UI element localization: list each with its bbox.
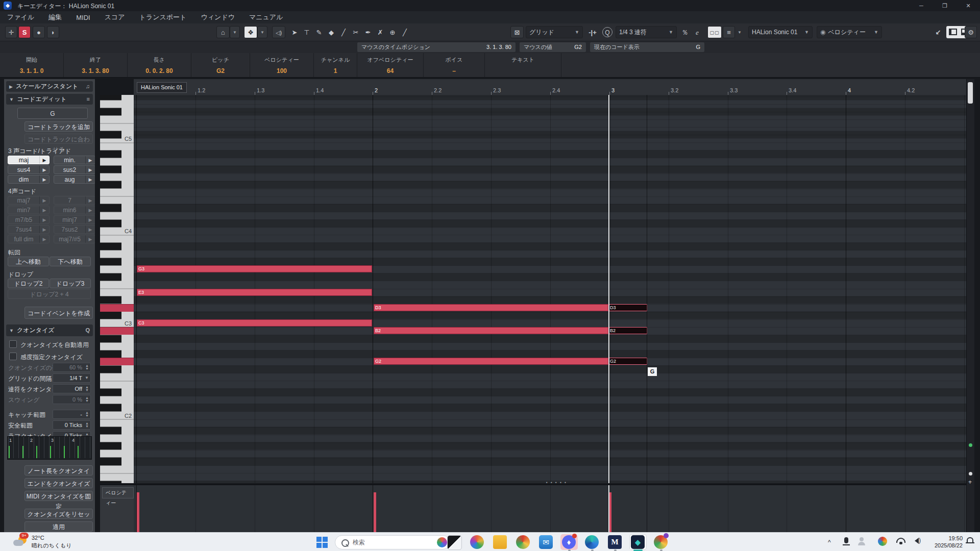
tetrad-button-7sus2[interactable]: 7sus2▶ <box>54 225 95 234</box>
quantize-panel-header[interactable]: ▼クオンタイズQ <box>6 324 93 336</box>
triad-button-aug[interactable]: aug▶ <box>54 175 95 184</box>
quantize-panel-icon[interactable]: e <box>692 26 702 38</box>
drop2-button[interactable]: ドロップ2 <box>8 279 49 288</box>
midi-note-E3[interactable]: E3 <box>137 289 372 296</box>
quantize-field-value-2[interactable]: Off▲▼ <box>53 384 91 393</box>
draw-tool[interactable]: ✎ <box>313 26 325 38</box>
tray-expand-icon[interactable]: ^ <box>828 539 831 546</box>
zoom-tool[interactable]: ⊕ <box>386 26 399 38</box>
quantize-preset-dropdown[interactable]: 1/4 3 連符▼ <box>616 26 677 38</box>
drop3-button[interactable]: ドロップ3 <box>50 279 91 288</box>
menu-item-6[interactable]: マニュアル <box>249 13 283 22</box>
midi-note-D3[interactable]: D3 <box>374 304 608 311</box>
soft-quantize-checkbox[interactable] <box>9 353 17 360</box>
tetrad-button-fulldim[interactable]: full dim▶ <box>8 235 50 243</box>
create-chord-event-button[interactable]: コードイベントを作成 <box>24 307 93 319</box>
snap-toggle-button[interactable]: -|+ <box>585 26 600 38</box>
mail-icon[interactable]: ✉ <box>539 535 553 549</box>
midi-note-B2[interactable]: B2 <box>374 327 608 334</box>
tetrad-button-minj7[interactable]: minj7▶ <box>54 215 95 224</box>
m-app-icon[interactable]: M <box>608 535 622 549</box>
part-selector-dropdown[interactable]: HALion Sonic 01▼ <box>748 26 813 38</box>
microphone-icon[interactable] <box>844 537 848 543</box>
menu-item-5[interactable]: ウィンドウ <box>201 13 235 22</box>
part-name-tab[interactable]: HALion Sonic 01 <box>137 82 187 93</box>
midi-note-G2[interactable]: G2 <box>374 358 608 365</box>
trim-tool[interactable]: ╱ <box>337 26 350 38</box>
taskview-icon[interactable] <box>447 535 462 550</box>
highlighted-key[interactable] <box>100 304 134 312</box>
quantize-field-value-3[interactable]: 0 %▲▼ <box>53 395 91 404</box>
mute-tool[interactable]: ✗ <box>374 26 386 38</box>
explorer-icon[interactable] <box>493 535 507 549</box>
weather-icon[interactable]: 9+ <box>13 535 29 550</box>
menu-item-4[interactable]: トランスポート <box>139 13 187 22</box>
window-layout-gear-icon[interactable]: ⚙ <box>965 26 977 38</box>
midi-note-G3[interactable]: G3 <box>137 265 372 272</box>
start-button[interactable] <box>316 537 328 548</box>
language-color-icon[interactable] <box>878 537 887 546</box>
midi-note-D3-selected[interactable]: D3 <box>608 304 647 311</box>
info-field-5[interactable]: チャンネル1 <box>314 53 357 77</box>
solo-button[interactable]: S <box>18 26 31 38</box>
midi-note-C3[interactable]: C3 <box>137 319 372 327</box>
part-borders-icon[interactable]: ▢▢ <box>707 26 722 38</box>
open-in-lower-zone-icon[interactable]: ↙ <box>932 26 944 38</box>
move-down-button[interactable]: 下へ移動 <box>50 257 91 266</box>
triad-button-sus2[interactable]: sus2▶ <box>54 165 95 174</box>
scale-assistant-header[interactable]: ▶スケールアシスタント♫ <box>6 81 93 92</box>
scrollbar-thumb[interactable] <box>968 82 973 104</box>
velocity-lane[interactable] <box>134 484 966 532</box>
select-tool[interactable]: ➤ <box>288 26 301 38</box>
erase-tool[interactable]: ◆ <box>325 26 337 38</box>
search-input[interactable]: 検索 <box>335 535 450 549</box>
grid-type-dropdown[interactable]: グリッド▼ <box>526 26 583 38</box>
event-color-dropdown[interactable]: ◉ベロシティー▼ <box>817 26 882 38</box>
quantize-q-icon[interactable]: Q <box>602 27 612 37</box>
velocity-lane-label[interactable]: ベロシティー <box>102 487 134 498</box>
info-field-2[interactable]: 長さ0. 0. 2. 80 <box>128 53 191 77</box>
auto-apply-checkbox[interactable] <box>9 340 17 348</box>
note-expression-icon[interactable]: ⌂ <box>216 26 230 38</box>
copilot-icon[interactable] <box>470 535 484 549</box>
quantize-field-value-4[interactable]: -▲▼ <box>53 410 91 419</box>
edge-icon[interactable] <box>585 535 599 549</box>
menu-item-2[interactable]: MIDI <box>76 14 90 21</box>
audition-speaker-icon[interactable]: ◁) <box>272 26 285 38</box>
chrome-icon[interactable] <box>516 535 530 549</box>
snap-type-icon[interactable]: ⊠ <box>510 26 524 38</box>
tetrad-button-m7b5[interactable]: m7/b5▶ <box>8 215 50 224</box>
stepper-icon[interactable]: ▲▼ <box>85 364 89 370</box>
zoom-plus-icon[interactable]: + <box>968 479 972 486</box>
info-field-0[interactable]: 開始3. 1. 1. 0 <box>0 53 64 77</box>
quantize-action-button-1[interactable]: エンドをクオンタイズ <box>24 478 93 488</box>
tetrad-button-min6[interactable]: min6▶ <box>54 206 95 214</box>
part-editing-mode-icon[interactable]: ≡ <box>723 26 735 38</box>
maximize-button[interactable]: ❐ <box>933 0 957 11</box>
highlighted-key[interactable] <box>100 327 134 335</box>
velocity-bar[interactable] <box>137 492 139 532</box>
quantize-field-value-0[interactable]: 60 %▲▼ <box>53 363 91 372</box>
speaker-icon[interactable] <box>912 538 919 544</box>
highlighted-key[interactable] <box>100 358 134 365</box>
midi-note-B2-selected[interactable]: B2 <box>608 327 647 334</box>
person-icon[interactable] <box>860 537 864 541</box>
midi-note-G2-selected[interactable]: G2 <box>608 358 647 365</box>
info-field-8[interactable]: テキスト <box>485 53 561 77</box>
part-mode-dropdown[interactable]: ▼ <box>735 26 744 38</box>
drop2-4-button[interactable]: ドロップ2 + 4 <box>8 289 91 299</box>
menu-item-1[interactable]: 編集 <box>48 13 62 22</box>
acoustic-feedback-button[interactable]: ◗ <box>47 26 59 38</box>
info-field-3[interactable]: ピッチG2 <box>191 53 250 77</box>
iterative-quantize-icon[interactable]: ％ <box>679 26 691 38</box>
tetrad-button-maj7[interactable]: maj7▶ <box>8 196 50 205</box>
triad-button-maj[interactable]: maj▶ <box>8 156 50 164</box>
left-zone-toggle-icon[interactable] <box>949 29 957 35</box>
info-field-4[interactable]: ベロシティー100 <box>250 53 314 77</box>
zoom-slider-handle[interactable] <box>969 472 972 475</box>
stepper-icon[interactable]: ▲▼ <box>85 386 89 392</box>
move-up-button[interactable]: 上へ移動 <box>8 257 49 266</box>
quantize-action-button-3[interactable]: クオンタイズをリセット <box>24 509 93 519</box>
weather-desc[interactable]: 晴れのちくもり <box>32 542 72 549</box>
stepper-icon[interactable]: ▲▼ <box>85 396 89 403</box>
